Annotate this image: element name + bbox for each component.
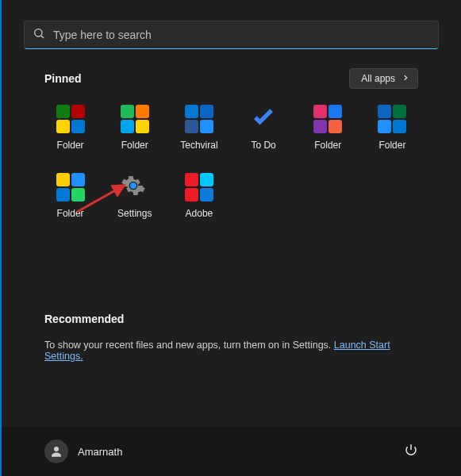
folder-icon: [56, 105, 85, 133]
tile-label: Folder: [57, 140, 84, 151]
pinned-tile-settings-7[interactable]: Settings: [102, 173, 167, 219]
svg-point-0: [35, 29, 42, 36]
search-box[interactable]: [24, 21, 439, 49]
tile-label: Folder: [121, 140, 148, 151]
folder-icon: [185, 173, 213, 202]
tile-label: To Do: [251, 140, 275, 151]
power-icon: [404, 446, 418, 459]
folder-icon: [185, 105, 213, 133]
user-name: Amarnath: [78, 446, 122, 458]
recommended-text: To show your recent files and new apps, …: [44, 340, 418, 362]
tile-label: Folder: [378, 140, 405, 151]
tile-label: Techviral: [180, 140, 217, 151]
user-account-button[interactable]: Amarnath: [44, 440, 122, 463]
avatar: [44, 440, 68, 463]
pinned-tile-techviral-2[interactable]: Techviral: [167, 105, 231, 151]
tile-label: Adobe: [186, 208, 213, 219]
gear-icon: [121, 173, 149, 202]
pinned-grid: FolderFolderTechviralTo DoFolderFolderFo…: [2, 100, 461, 219]
footer: Amarnath: [2, 427, 461, 476]
all-apps-label: All apps: [361, 73, 395, 84]
tile-label: Folder: [57, 208, 84, 219]
chevron-right-icon: [401, 73, 409, 84]
checkmark-icon: [249, 105, 278, 133]
folder-icon: [378, 105, 406, 133]
recommended-title: Recommended: [44, 313, 418, 325]
tile-label: Settings: [117, 208, 152, 219]
pinned-title: Pinned: [44, 72, 82, 85]
pinned-tile-folder-0[interactable]: Folder: [38, 105, 102, 151]
power-button[interactable]: [399, 438, 423, 465]
search-icon: [33, 27, 45, 43]
pinned-tile-folder-5[interactable]: Folder: [360, 105, 425, 151]
tile-label: Folder: [314, 140, 341, 151]
search-input[interactable]: [53, 29, 430, 41]
pinned-tile-to-do-3[interactable]: To Do: [231, 105, 295, 151]
svg-point-4: [54, 447, 59, 451]
svg-line-1: [41, 36, 44, 38]
pinned-tile-folder-6[interactable]: Folder: [38, 173, 102, 219]
folder-icon: [313, 105, 342, 133]
all-apps-button[interactable]: All apps: [349, 68, 418, 89]
pinned-tile-folder-1[interactable]: Folder: [102, 105, 167, 151]
pinned-tile-adobe-8[interactable]: Adobe: [167, 173, 231, 219]
svg-point-2: [130, 182, 136, 189]
folder-icon: [56, 173, 85, 202]
pinned-tile-folder-4[interactable]: Folder: [296, 105, 360, 151]
folder-icon: [121, 105, 149, 133]
